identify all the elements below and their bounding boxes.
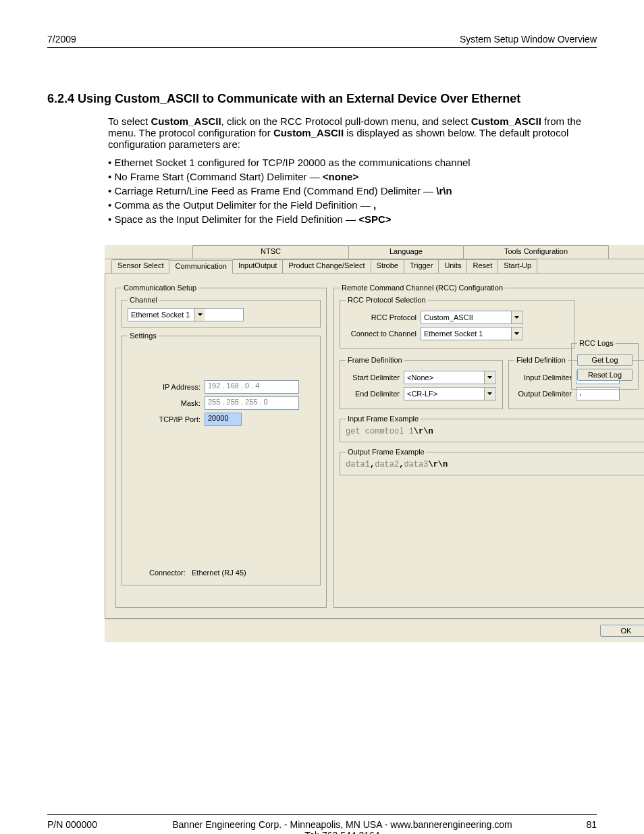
section-title: 6.2.4 Using Custom_ASCII to Communicate … xyxy=(47,92,597,106)
tab-product-change-select[interactable]: Product Change/Select xyxy=(282,259,371,273)
field-definition-legend: Field Definition xyxy=(514,356,568,364)
input-frame-example-text: get commtool 1\r\n xyxy=(346,427,433,436)
tab-sensor-select[interactable]: Sensor Select xyxy=(111,259,169,273)
ok-button[interactable]: OK xyxy=(600,625,644,637)
reset-log-button[interactable]: Reset Log xyxy=(577,369,633,381)
settings-legend: Settings xyxy=(128,332,159,340)
tab-start-up[interactable]: Start-Up xyxy=(498,259,537,273)
footer-pn: P/N 000000 xyxy=(47,819,128,834)
ip-field[interactable]: 192 . 168 . 0 . 4 xyxy=(205,380,299,394)
connect-channel-label: Connect to Channel xyxy=(346,330,417,338)
connect-channel-value: Ethernet Socket 1 xyxy=(421,330,511,338)
tab-tools-configuration[interactable]: Tools Configuration xyxy=(463,245,609,259)
channel-select[interactable]: Ethernet Socket 1 xyxy=(128,308,244,321)
footer-tel: Tel: 763.544.3164 xyxy=(128,830,556,834)
footer-page-number: 81 xyxy=(556,819,597,834)
mask-label: Mask: xyxy=(128,399,200,407)
rcc-protocol-value: Custom_ASCII xyxy=(421,313,511,321)
rcc-logs-legend: RCC Logs xyxy=(577,339,616,347)
chevron-down-icon xyxy=(511,328,522,340)
intro-paragraph: To select Custom_ASCII, click on the RCC… xyxy=(108,115,597,150)
start-delim-select[interactable]: <None> xyxy=(404,371,496,384)
footer-company: Banner Engineering Corp. - Minneapolis, … xyxy=(128,819,556,830)
channel-value: Ethernet Socket 1 xyxy=(128,311,194,319)
rcc-config-legend: Remote Command Channel (RCC) Configurati… xyxy=(340,284,505,292)
channel-legend: Channel xyxy=(128,296,159,304)
chevron-down-icon xyxy=(511,311,522,323)
connector-label: Connector: xyxy=(149,569,186,577)
settings-group: Settings IP Address: 192 . 168 . 0 . 4 M… xyxy=(122,332,321,585)
mask-field[interactable]: 255 . 255 . 255 . 0 xyxy=(205,396,299,410)
rcc-protocol-selection-group: RCC Protocol Selection RCC Protocol Cust… xyxy=(340,296,574,349)
tab-ntsc[interactable]: NTSC xyxy=(192,245,349,259)
communication-setup-legend: Communication Setup xyxy=(122,284,198,292)
output-frame-example-legend: Output Frame Example xyxy=(346,448,427,456)
port-field[interactable]: 20000 xyxy=(205,413,242,426)
rcc-protocol-label: RCC Protocol xyxy=(346,313,417,321)
bullet-item: Carriage Return/Line Feed as Frame End (… xyxy=(108,185,597,197)
bullet-item: Comma as the Output Delimiter for the Fi… xyxy=(108,199,597,211)
end-delim-select[interactable]: <CR-LF> xyxy=(404,387,496,400)
tab-trigger[interactable]: Trigger xyxy=(404,259,439,273)
port-label: TCP/IP Port: xyxy=(128,415,200,423)
output-delim-label: Output Delimiter xyxy=(514,390,572,398)
rcc-config-group: Remote Command Channel (RCC) Configurati… xyxy=(333,284,644,608)
input-delim-label: Input Delimiter xyxy=(514,373,572,382)
bullet-item: Space as the Input Delimiter for the Fie… xyxy=(108,213,597,225)
connect-channel-select[interactable]: Ethernet Socket 1 xyxy=(421,327,523,340)
input-frame-example-legend: Input Frame Example xyxy=(346,415,421,423)
start-delim-value: <None> xyxy=(404,373,484,382)
input-frame-example-group: Input Frame Example get commtool 1\r\n xyxy=(340,415,644,442)
bullet-item: Ethernet Socket 1 configured for TCP/IP … xyxy=(108,157,597,168)
end-delim-value: <CR-LF> xyxy=(404,390,484,398)
bullet-item: No Frame Start (Command Start) Delimiter… xyxy=(108,171,597,182)
rcc-logs-group: RCC Logs Get Log Reset Log xyxy=(571,339,639,390)
chevron-down-icon xyxy=(484,388,495,400)
output-frame-example-group: Output Frame Example data1,data2,data3\r… xyxy=(340,448,644,475)
communication-setup-group: Communication Setup Channel Ethernet Soc… xyxy=(115,284,327,608)
rcc-protocol-selection-legend: RCC Protocol Selection xyxy=(346,296,428,304)
tab-communication[interactable]: Communication xyxy=(169,260,232,273)
output-frame-example-text: data1,data2,data3\r\n xyxy=(346,460,448,469)
chevron-down-icon xyxy=(194,309,205,321)
tab-inputoutput[interactable]: InputOutput xyxy=(232,259,284,273)
frame-definition-group: Frame Definition Start Delimiter <None> … xyxy=(340,356,503,409)
end-delim-label: End Delimiter xyxy=(346,390,400,398)
channel-group: Channel Ethernet Socket 1 xyxy=(122,296,321,328)
frame-definition-legend: Frame Definition xyxy=(346,356,404,364)
rcc-protocol-select[interactable]: Custom_ASCII xyxy=(421,311,523,324)
bullet-list: Ethernet Socket 1 configured for TCP/IP … xyxy=(108,157,597,225)
tab-units[interactable]: Units xyxy=(438,259,467,273)
get-log-button[interactable]: Get Log xyxy=(577,354,633,366)
header-title: System Setup Window Overview xyxy=(460,34,597,45)
chevron-down-icon xyxy=(484,371,495,384)
connector-value: Ethernet (RJ 45) xyxy=(192,569,246,577)
tab-language[interactable]: Language xyxy=(348,245,464,259)
tab-strobe[interactable]: Strobe xyxy=(371,259,404,273)
start-delim-label: Start Delimiter xyxy=(346,373,400,382)
tab-reset[interactable]: Reset xyxy=(466,259,498,273)
header-date: 7/2009 xyxy=(47,34,76,45)
ip-label: IP Address: xyxy=(128,383,200,391)
